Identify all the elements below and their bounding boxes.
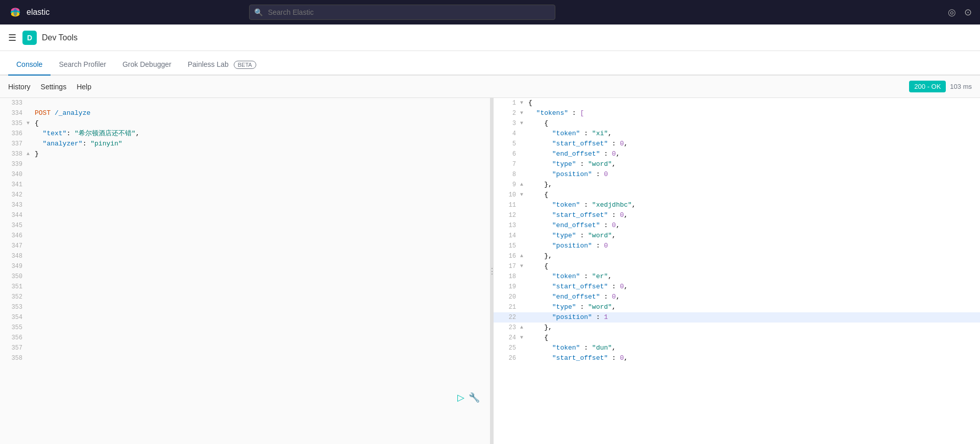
line-content: "start_offset" : 0, bbox=[526, 139, 980, 149]
table-row: 5 "start_offset" : 0, bbox=[494, 139, 980, 149]
table-row: 347 bbox=[0, 241, 490, 251]
table-row: 16▲ }, bbox=[494, 251, 980, 261]
line-number: 356 bbox=[0, 333, 27, 343]
search-icon: 🔍 bbox=[254, 8, 263, 16]
line-number: 23 bbox=[494, 323, 520, 333]
line-number: 22 bbox=[494, 312, 520, 323]
line-number: 355 bbox=[0, 323, 27, 333]
line-number: 357 bbox=[0, 343, 27, 353]
table-row: 13 "end_offset" : 0, bbox=[494, 220, 980, 231]
fold-arrow[interactable]: ▼ bbox=[520, 261, 526, 272]
line-number: 14 bbox=[494, 231, 520, 241]
table-row: 354 bbox=[0, 312, 490, 323]
tab-console[interactable]: Console bbox=[8, 54, 51, 76]
fold-arrow[interactable]: ▲ bbox=[27, 149, 33, 159]
line-content: "token" : "xi", bbox=[526, 129, 980, 139]
status-badge: 200 - OK bbox=[909, 81, 946, 92]
line-number: 26 bbox=[494, 353, 520, 363]
table-row: 4 "token" : "xi", bbox=[494, 129, 980, 139]
line-number: 6 bbox=[494, 149, 520, 159]
line-number: 12 bbox=[494, 210, 520, 220]
table-row: 336 "text": "希尔顿酒店还不错", bbox=[0, 129, 490, 139]
action-icons: ▷ 🔧 bbox=[457, 392, 480, 403]
line-content: }, bbox=[526, 323, 980, 333]
tab-search-profiler[interactable]: Search Profiler bbox=[51, 54, 114, 76]
line-number: 353 bbox=[0, 302, 27, 312]
line-number: 1 bbox=[494, 98, 520, 108]
line-number: 17 bbox=[494, 261, 520, 272]
line-number: 3 bbox=[494, 118, 520, 129]
line-number: 7 bbox=[494, 159, 520, 169]
help-button[interactable]: Help bbox=[77, 81, 91, 93]
line-content: "token" : "er", bbox=[526, 272, 980, 282]
editor-area: 333334POST /_analyze335▼{336 "text": "希尔… bbox=[0, 98, 980, 444]
hamburger-icon[interactable]: ☰ bbox=[8, 32, 16, 43]
table-row: 357 bbox=[0, 343, 490, 353]
line-content: } bbox=[33, 149, 490, 159]
line-number: 19 bbox=[494, 282, 520, 292]
left-editor[interactable]: 333334POST /_analyze335▼{336 "text": "希尔… bbox=[0, 98, 490, 444]
line-number: 347 bbox=[0, 241, 27, 251]
line-content: "start_offset" : 0, bbox=[526, 210, 980, 220]
table-row: 24▼ { bbox=[494, 333, 980, 343]
beta-badge: BETA bbox=[234, 61, 256, 69]
line-number: 348 bbox=[0, 251, 27, 261]
line-content: { bbox=[526, 118, 980, 129]
table-row: 8 "position" : 0 bbox=[494, 169, 980, 180]
table-row: 350 bbox=[0, 272, 490, 282]
fold-arrow[interactable]: ▼ bbox=[520, 333, 526, 343]
tab-painless-lab[interactable]: Painless Lab BETA bbox=[180, 54, 264, 76]
fold-arrow[interactable]: ▼ bbox=[520, 190, 526, 200]
table-row: 23▲ }, bbox=[494, 323, 980, 333]
line-number: 342 bbox=[0, 190, 27, 200]
table-row: 22 "position" : 1 bbox=[494, 312, 980, 323]
circle-icon[interactable]: ◎ bbox=[948, 7, 956, 18]
search-bar[interactable]: 🔍 bbox=[249, 5, 555, 20]
time-badge: 103 ms bbox=[950, 83, 972, 90]
table-row: 342 bbox=[0, 190, 490, 200]
line-content: "position" : 0 bbox=[526, 241, 980, 251]
tab-grok-debugger[interactable]: Grok Debugger bbox=[114, 54, 180, 76]
fold-arrow[interactable]: ▲ bbox=[520, 251, 526, 261]
line-number: 13 bbox=[494, 220, 520, 231]
second-bar: ☰ D Dev Tools bbox=[0, 24, 980, 51]
top-nav-right: ◎ ⊙ bbox=[948, 7, 972, 18]
line-content: "token" : "dun", bbox=[526, 343, 980, 353]
table-row: 10▼ { bbox=[494, 190, 980, 200]
wrench-icon[interactable]: 🔧 bbox=[469, 392, 480, 403]
fold-arrow[interactable]: ▲ bbox=[520, 323, 526, 333]
fold-arrow[interactable]: ▼ bbox=[520, 108, 526, 118]
line-number: 337 bbox=[0, 139, 27, 149]
fold-arrow[interactable]: ▼ bbox=[520, 118, 526, 129]
run-icon[interactable]: ▷ bbox=[457, 392, 464, 403]
table-row: 353 bbox=[0, 302, 490, 312]
line-number: 354 bbox=[0, 312, 27, 323]
table-row: 7 "type" : "word", bbox=[494, 159, 980, 169]
line-content: "position" : 0 bbox=[526, 169, 980, 180]
history-button[interactable]: History bbox=[8, 81, 31, 93]
table-row: 25 "token" : "dun", bbox=[494, 343, 980, 353]
line-number: 9 bbox=[494, 180, 520, 190]
line-number: 345 bbox=[0, 220, 27, 231]
line-content: { bbox=[526, 261, 980, 272]
line-number: 351 bbox=[0, 282, 27, 292]
table-row: 340 bbox=[0, 169, 490, 180]
app-title: Dev Tools bbox=[42, 33, 78, 42]
fold-arrow[interactable]: ▼ bbox=[520, 98, 526, 108]
right-editor[interactable]: 1▼{2▼ "tokens" : [3▼ {4 "token" : "xi",5… bbox=[494, 98, 980, 444]
fold-arrow[interactable]: ▼ bbox=[27, 118, 33, 129]
person-icon[interactable]: ⊙ bbox=[964, 7, 972, 18]
line-number: 10 bbox=[494, 190, 520, 200]
table-row: 356 bbox=[0, 333, 490, 343]
table-row: 355 bbox=[0, 323, 490, 333]
table-row: 351 bbox=[0, 282, 490, 292]
toolbar-right: 200 - OK 103 ms bbox=[909, 81, 972, 92]
search-input[interactable] bbox=[249, 5, 555, 20]
line-content: "start_offset" : 0, bbox=[526, 282, 980, 292]
fold-arrow[interactable]: ▲ bbox=[520, 180, 526, 190]
table-row: 12 "start_offset" : 0, bbox=[494, 210, 980, 220]
line-content: "start_offset" : 0, bbox=[526, 353, 980, 363]
line-content: "type" : "word", bbox=[526, 302, 980, 312]
settings-button[interactable]: Settings bbox=[41, 81, 67, 93]
line-number: 344 bbox=[0, 210, 27, 220]
